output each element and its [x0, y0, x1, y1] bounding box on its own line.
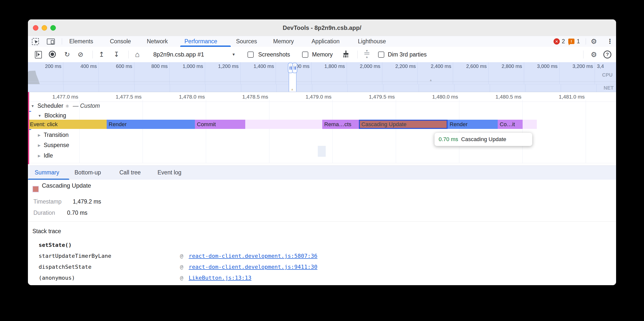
expand-triangle-icon[interactable]: ▼	[38, 114, 41, 118]
stack-frame-at: @	[180, 251, 183, 262]
tab-performance[interactable]: Performance	[184, 36, 217, 46]
divider	[583, 50, 584, 58]
tab-network[interactable]: Network	[147, 36, 168, 46]
overview-cell: 1,200 ms	[205, 62, 240, 84]
track-blocking-label[interactable]: Blocking	[44, 112, 66, 119]
ruler-tick-label: 1,480.5 ms	[486, 94, 522, 100]
flame-bar-label: Event: click	[30, 121, 58, 127]
home-live-metrics-icon[interactable]: ⌂	[135, 47, 140, 62]
track-transition-label[interactable]: Transition	[44, 132, 68, 138]
ruler-tick-label: 1,477.0 ms	[42, 94, 78, 100]
ruler-tick-label: 1,479.5 ms	[359, 94, 395, 100]
tab-event-log[interactable]: Event log	[158, 166, 182, 180]
tab-summary[interactable]: Summary	[35, 166, 59, 180]
dim-3rd-parties-label[interactable]: Dim 3rd parties	[388, 47, 427, 62]
flame-bar[interactable]: Commit	[195, 120, 245, 129]
tab-console[interactable]: Console	[110, 36, 131, 46]
details-tabbar: Summary Bottom-up Call tree Event log	[28, 165, 616, 180]
warning-count: 1	[577, 36, 580, 46]
stack-frame-row: (anonymous) @ LikeButton.js:13:13	[28, 273, 616, 283]
inspect-element-icon[interactable]	[32, 38, 39, 45]
record-button[interactable]	[49, 51, 56, 58]
stack-frame-source-link[interactable]: react-dom-client.development.js:5807:36	[189, 251, 318, 262]
chevron-down-icon[interactable]: ▼	[232, 47, 236, 62]
memory-checkbox[interactable]	[302, 51, 308, 58]
toggle-sidebar-icon[interactable]	[35, 51, 42, 58]
tab-sources[interactable]: Sources	[236, 36, 257, 46]
flame-bar[interactable]	[245, 120, 322, 129]
collapsed-triangle-icon[interactable]: ▶	[38, 143, 40, 147]
divider	[128, 50, 128, 58]
flame-bar-label: Rema…cts	[324, 121, 352, 127]
error-count: 2	[562, 36, 565, 46]
screenshots-label[interactable]: Screenshots	[258, 47, 290, 62]
stack-frame-source-link[interactable]: react-dom-client.development.js:9411:30	[189, 262, 318, 273]
flame-bar[interactable]: Render	[107, 120, 195, 129]
divider	[62, 38, 62, 44]
capture-settings-gear-icon[interactable]: ⚙	[591, 47, 597, 62]
divider	[586, 38, 586, 44]
track-idle-label[interactable]: Idle	[44, 152, 53, 159]
stack-frame-at: @	[180, 262, 183, 273]
flame-bar[interactable]	[523, 120, 537, 129]
target-selector[interactable]: 8p2n9n.csb.app #1	[153, 47, 204, 62]
timeline-overview[interactable]: 200 ms400 ms600 ms800 ms1,000 ms1,200 ms…	[28, 62, 616, 84]
warning-icon[interactable]: !	[568, 39, 574, 44]
tab-lighthouse[interactable]: Lighthouse	[358, 36, 386, 46]
reload-and-record-icon[interactable]: ↻	[64, 47, 70, 62]
track-highlight-bar	[28, 92, 29, 164]
tab-application[interactable]: Application	[312, 36, 340, 46]
flame-bar[interactable]: Rema…cts	[322, 120, 359, 129]
overview-cell: 1,000 ms	[170, 62, 205, 84]
ruler-tick-label: 1,478.0 ms	[169, 94, 205, 100]
flame-bar[interactable]: Render	[448, 120, 498, 129]
timestamp-label: Timestamp	[34, 198, 62, 205]
flame-chart[interactable]: ▼ Scheduler⚛— Custom ▼ Blocking Event: c…	[28, 102, 616, 163]
summary-pane: Cascading Update Timestamp 1,479.2 ms Du…	[28, 180, 616, 285]
collapsed-triangle-icon[interactable]: ▶	[38, 133, 40, 137]
arrow-up-glyph: ▴	[366, 55, 368, 58]
tab-elements[interactable]: Elements	[69, 36, 93, 46]
expand-triangle-icon[interactable]: ▼	[31, 104, 34, 108]
network-overview-band[interactable]: NET	[28, 84, 616, 92]
screenshots-checkbox[interactable]	[248, 51, 254, 58]
cpu-track-label: CPU	[602, 72, 612, 78]
clear-recording-icon[interactable]: ⊘	[78, 47, 84, 62]
help-icon[interactable]: ?	[604, 50, 611, 58]
save-profile-icon[interactable]: ↧	[114, 47, 120, 62]
devtools-window: DevTools - 8p2n9n.csb.app/ Elements Cons…	[28, 19, 616, 285]
device-toolbar-icon[interactable]	[47, 39, 55, 44]
error-icon[interactable]: ✕	[554, 38, 560, 44]
load-profile-icon[interactable]: ↥	[99, 47, 104, 62]
shortcut-collapse-icon[interactable]: ▾ ▴	[364, 49, 370, 58]
divider	[28, 221, 616, 222]
tab-bottom-up[interactable]: Bottom-up	[74, 166, 101, 180]
detail-time-ruler[interactable]: 1,477.0 ms1,477.5 ms1,478.0 ms1,478.5 ms…	[28, 92, 616, 102]
overview-cell: 2,200 ms	[382, 62, 418, 84]
react-atom-icon: ⚛	[65, 104, 69, 109]
stack-frame-source-link[interactable]: LikeButton.js:13:13	[189, 273, 252, 283]
stack-frame-row: setState()	[28, 240, 616, 251]
settings-gear-icon[interactable]: ⚙	[591, 36, 597, 46]
selection-window[interactable]: ▲	[288, 72, 296, 92]
collect-garbage-icon[interactable]	[342, 50, 350, 58]
stack-frame-function: setState()	[39, 240, 72, 251]
tab-call-tree[interactable]: Call tree	[120, 166, 141, 180]
ruler-tick-label: 1,478.5 ms	[232, 94, 268, 100]
flame-bar[interactable]: Event: click	[28, 120, 107, 129]
selection-right-handle[interactable]	[292, 63, 297, 73]
track-suspense-label[interactable]: Suspense	[44, 142, 69, 148]
track-custom-suffix: — Custom	[73, 103, 100, 109]
stack-trace-list: setState() startUpdateTimerByLane @ reac…	[28, 240, 616, 283]
dim-3rd-parties-checkbox[interactable]	[378, 51, 384, 58]
track-scheduler-label[interactable]: Scheduler	[38, 103, 63, 109]
net-track-label: NET	[604, 85, 614, 91]
flame-bar[interactable]: Co…it	[498, 120, 523, 129]
flame-bar[interactable]: Cascading Update	[359, 120, 448, 129]
collapsed-triangle-icon[interactable]: ▶	[38, 154, 40, 158]
window-titlebar[interactable]: DevTools - 8p2n9n.csb.app/	[28, 19, 616, 36]
kebab-menu-icon[interactable]: ⋮	[606, 36, 613, 46]
overview-cell: 2,400 ms	[418, 62, 453, 84]
tab-memory[interactable]: Memory	[273, 36, 294, 46]
memory-label[interactable]: Memory	[312, 47, 333, 62]
